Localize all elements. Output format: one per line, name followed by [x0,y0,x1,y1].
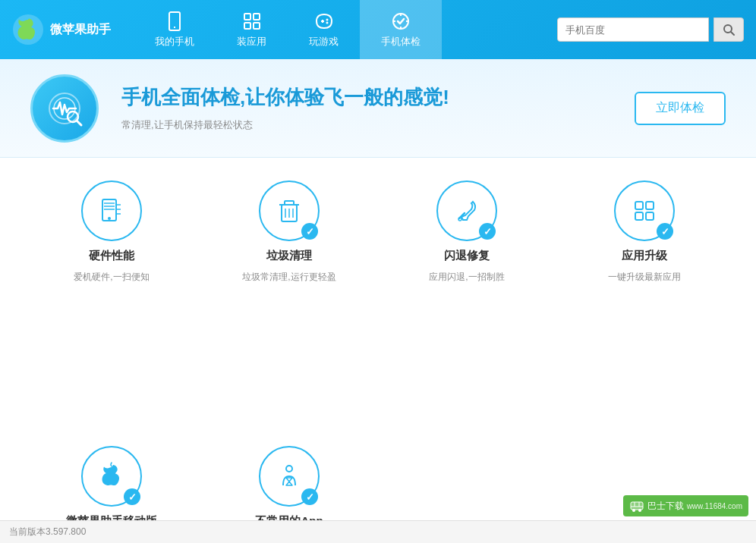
hardware-desc: 爱机硬件,一扫便知 [74,271,149,284]
games-icon [313,11,335,32]
feature-junk[interactable]: ✓ 垃圾清理 垃圾常清理,运行更轻盈 [208,180,370,423]
header: 微苹果助手 我的手机 装应用 [0,0,756,59]
svg-rect-33 [285,201,294,205]
svg-point-38 [458,218,461,221]
junk-icon-wrap: ✓ [259,180,320,241]
unused-icon-wrap: ✓ [259,446,320,507]
bus-icon [629,498,644,513]
mobile-badge: ✓ [124,488,140,505]
upgrade-icon [629,196,660,226]
svg-rect-40 [646,202,654,209]
svg-rect-7 [254,23,260,29]
svg-point-3 [174,27,175,28]
junk-name: 垃圾清理 [266,249,312,263]
banner-text: 手机全面体检,让你体验飞一般的感觉! 常清理,让手机保持最轻松状态 [121,84,566,132]
check-now-button[interactable]: 立即体检 [635,92,726,125]
watermark-text: 巴士下载 [647,500,684,513]
crash-badge: ✓ [479,223,496,240]
footer: 当前版本3.597.800 [0,520,756,543]
upgrade-icon-wrap: ✓ [614,180,675,241]
logo-area: 微苹果助手 [12,14,134,46]
hardware-circle [81,180,142,241]
crash-name: 闪退修复 [444,249,490,263]
upgrade-desc: 一键升级最新应用 [608,271,681,284]
nav-tabs: 我的手机 装应用 玩游戏 [134,0,557,59]
nav-tab-games-label: 玩游戏 [309,35,339,49]
hardware-name: 硬件性能 [89,249,134,263]
search-input[interactable] [557,17,709,42]
hourglass-icon [274,461,304,491]
search-area [557,17,744,42]
svg-rect-39 [635,202,643,209]
mobile-icon-wrap: ✓ [81,446,142,507]
search-icon [722,23,736,36]
svg-point-45 [632,509,635,512]
hardware-icon-wrap [81,180,142,241]
nav-tab-check[interactable]: 手机体检 [360,0,442,59]
watermark: 巴士下载 www.11684.com [623,495,748,516]
svg-point-46 [638,509,641,512]
junk-desc: 垃圾常清理,运行更轻盈 [242,271,335,284]
unused-badge: ✓ [301,488,318,505]
nav-tab-my-phone-label: 我的手机 [155,35,194,49]
svg-rect-6 [244,23,250,29]
svg-rect-4 [244,14,250,20]
feature-crash[interactable]: ✓ 闪退修复 应用闪退,一招制胜 [386,180,548,423]
svg-point-27 [108,217,111,220]
feature-grid-row1: 硬件性能 爱机硬件,一扫便知 ✓ 垃圾清理 垃圾常清理,运行更轻盈 [0,158,756,446]
svg-point-43 [286,466,292,472]
watermark-url: www.11684.com [687,502,742,510]
svg-line-22 [77,121,81,125]
logo-icon [12,14,44,46]
phone-icon [164,11,185,32]
apple-mobile-icon [96,461,127,491]
nav-tab-my-phone[interactable]: 我的手机 [134,0,216,59]
junk-badge: ✓ [301,223,318,240]
svg-rect-44 [631,502,643,510]
feature-hardware[interactable]: 硬件性能 爱机硬件,一扫便知 [30,180,193,423]
upgrade-badge: ✓ [657,223,673,240]
svg-rect-42 [646,212,654,220]
svg-line-18 [731,32,734,35]
search-button[interactable] [713,17,744,42]
feature-upgrade[interactable]: ✓ 应用升级 一键升级最新应用 [563,180,726,423]
banner-subtitle: 常清理,让手机保持最轻松状态 [121,118,566,132]
nav-tab-apps[interactable]: 装应用 [216,0,288,59]
banner: 手机全面体检,让你体验飞一般的感觉! 常清理,让手机保持最轻松状态 立即体检 [0,59,756,158]
version-text: 当前版本3.597.800 [9,526,86,538]
svg-rect-41 [635,212,643,220]
banner-title: 手机全面体检,让你体验飞一般的感觉! [121,84,566,111]
banner-icon [30,74,99,143]
check-icon [390,11,411,32]
svg-point-10 [326,19,328,21]
trash-icon [274,196,304,226]
crash-icon-wrap: ✓ [436,180,497,241]
crash-desc: 应用闪退,一招制胜 [429,271,504,284]
svg-point-11 [326,22,328,24]
nav-tab-check-label: 手机体检 [381,35,421,49]
nav-tab-apps-label: 装应用 [237,35,266,49]
health-icon [44,88,85,129]
apps-icon [241,11,263,32]
nav-tab-games[interactable]: 玩游戏 [288,0,360,59]
svg-rect-5 [254,14,260,20]
logo-text: 微苹果助手 [50,22,111,38]
hardware-icon [96,196,127,226]
wrench-icon [452,196,482,226]
upgrade-name: 应用升级 [622,249,667,263]
